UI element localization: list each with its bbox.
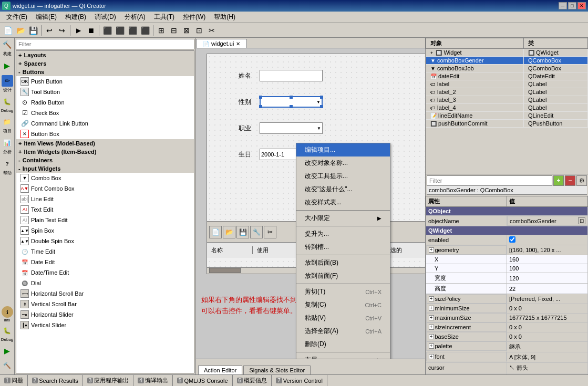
menu-tools[interactable]: 工具(T) [150, 12, 179, 23]
category-input-widgets[interactable]: - Input Widgets [16, 164, 194, 173]
context-menu-promote[interactable]: 提升为... [296, 227, 390, 241]
save-btn[interactable]: 💾 [27, 25, 39, 36]
context-menu-whatsthis[interactable]: 改变"这是什么"... [296, 183, 390, 196]
grid-btn[interactable]: ⊞ [156, 25, 167, 36]
context-menu-send-back[interactable]: 放到后面(B) [296, 256, 390, 269]
context-menu-delete[interactable]: 删除(D) [296, 338, 390, 351]
prop-row-mousetracking[interactable]: mouseTracking [426, 373, 588, 374]
new-btn[interactable]: 📄 [2, 25, 14, 36]
obj-row-pushbuttoncommit[interactable]: 🔲 pushButtonCommit QPushButton [426, 120, 588, 128]
play-sidebar-icon[interactable]: ▶ [2, 345, 13, 357]
status-tab-search[interactable]: 2 Search Results [28, 375, 83, 386]
layout-btn[interactable]: ⊟ [168, 25, 180, 36]
prop-row-y[interactable]: Y 100 [426, 264, 588, 273]
widget-filter-input[interactable] [16, 39, 194, 49]
maxsize-expand-btn[interactable]: + [429, 315, 434, 320]
menu-build[interactable]: 构建(B) [61, 12, 90, 23]
build-btn[interactable]: ▶ [73, 25, 84, 36]
font-expand-btn[interactable]: + [429, 354, 434, 359]
prop-row-font[interactable]: + font A [宋体, 9] [426, 352, 588, 362]
widget-push-button[interactable]: OK Push Button [16, 76, 194, 87]
widget-spin-box[interactable]: ▲▼ Spin Box [16, 225, 194, 236]
menu-analyze[interactable]: 分析(A) [120, 12, 150, 23]
obj-row-label3[interactable]: 🏷 label_3 QLabel [426, 96, 588, 104]
minsize-expand-btn[interactable]: + [429, 306, 434, 311]
build-sidebar-icon[interactable]: 🔨 [2, 39, 13, 50]
debug2-sidebar-icon[interactable]: 🐛 [2, 325, 13, 337]
redo-btn[interactable]: ↪ [56, 25, 68, 36]
context-menu-bring-front[interactable]: 放到前面(F) [296, 269, 390, 283]
category-containers[interactable]: - Containers [16, 156, 194, 164]
objectname-edit-icon[interactable]: ⊡ [578, 217, 585, 224]
widget-date-edit[interactable]: 📅 Date Edit [16, 257, 194, 267]
prop-row-basesize[interactable]: + baseSize 0 x 0 [426, 332, 588, 341]
context-menu-layout[interactable]: 布局 ▶ [296, 353, 390, 359]
basesize-expand-btn[interactable]: + [429, 334, 434, 339]
status-tab-issues[interactable]: 1 问题 [0, 375, 28, 386]
prop-row-geometry[interactable]: + geometry [(160, 100), 120 x ... [426, 245, 588, 255]
widget-double-spin-box[interactable]: ▲▼ Double Spin Box [16, 236, 194, 246]
prop-filter-add-btn[interactable]: + [553, 175, 564, 186]
layout2-btn[interactable]: ⊠ [181, 25, 192, 36]
obj-row-label[interactable]: 🏷 label QLabel [426, 80, 588, 88]
tab-close-icon[interactable]: ✕ [236, 41, 240, 47]
category-item-views[interactable]: + Item Views (Model-Based) [16, 139, 194, 148]
widget-command-link[interactable]: 🔗 Command Link Button [16, 118, 194, 129]
context-menu-paste[interactable]: 粘贴(V) Ctrl+V [296, 311, 390, 325]
obj-row-comboboxgender[interactable]: ▼ comboBoxGender QComboBox [426, 57, 588, 65]
status-tab-summary[interactable]: 6 概要信息 [233, 375, 272, 386]
design-canvas[interactable]: 姓名 性别 ▼ [196, 48, 425, 359]
align-left-btn[interactable]: ⬛ [101, 25, 113, 36]
project-sidebar-icon[interactable]: 📁 [2, 116, 13, 128]
menu-debug[interactable]: 调试(D) [90, 12, 120, 23]
widget-font-combo-box[interactable]: A▼ Font Combo Box [16, 183, 194, 194]
prop-filter-input[interactable] [427, 175, 552, 186]
prop-val-mousetracking[interactable] [507, 373, 588, 374]
minimize-button[interactable]: ─ [559, 2, 567, 9]
bottom-tool-5[interactable]: ✂ [264, 226, 276, 238]
menu-widgets[interactable]: 控件(W) [179, 12, 210, 23]
widget-plain-text-edit[interactable]: AI Plain Text Edit [16, 215, 194, 225]
action-editor-tab[interactable]: Action Editor [198, 366, 242, 374]
prop-row-enabled[interactable]: enabled [426, 235, 588, 245]
widget-h-slider[interactable]: ━● Horizontal Slider [16, 309, 194, 320]
widget-datetime-edit[interactable]: 📅 Date/Time Edit [16, 267, 194, 278]
widget-check-box[interactable]: ☑ Check Box [16, 108, 194, 118]
window-controls[interactable]: ─ □ ✕ [559, 2, 586, 9]
prop-row-cursor[interactable]: cursor ↖ 箭头 [426, 362, 588, 373]
widget-v-scrollbar[interactable]: ⇕ Vertical Scroll Bar [16, 299, 194, 309]
bottom-tool-3[interactable]: 💾 [236, 226, 249, 238]
layout3-btn[interactable]: ⊡ [193, 25, 205, 36]
widget-dial[interactable]: 🔘 Dial [16, 278, 194, 288]
prop-row-minsize[interactable]: + minimumSize 0 x 0 [426, 304, 588, 313]
break-btn[interactable]: ✂ [206, 25, 218, 36]
widget-button-box[interactable]: ✕ Button Box [16, 129, 194, 139]
align-right-btn[interactable]: ⬛ [114, 25, 126, 36]
obj-row-dateedit[interactable]: 📅 dateEdit QDateEdit [426, 72, 588, 80]
context-menu-rename[interactable]: 改变对象名称... [296, 157, 390, 170]
geometry-expand-btn[interactable]: + [429, 247, 434, 253]
category-layouts[interactable]: + Layouts [16, 51, 194, 59]
run-sidebar-icon[interactable]: ▶ [2, 60, 13, 71]
prop-row-width[interactable]: 宽度 120 [426, 273, 588, 284]
combo-job[interactable]: ▼ [260, 122, 323, 134]
bottom-tool-4[interactable]: 🔧 [250, 226, 263, 238]
context-menu-edit-items[interactable]: 编辑项目... [296, 143, 390, 157]
signals-slots-tab[interactable]: Signals & Slots Editor [243, 366, 311, 374]
align-top-btn[interactable]: ⬛ [127, 25, 138, 36]
infogather-sidebar-icon[interactable]: ℹ [2, 306, 13, 318]
widget-text-edit[interactable]: AI Text Edit [16, 204, 194, 215]
context-menu-cut[interactable]: 剪切(T) Ctrl+X [296, 285, 390, 298]
stop-btn[interactable]: ⏹ [85, 25, 97, 36]
obj-row-label4[interactable]: 🏷 label_4 QLabel [426, 104, 588, 112]
design-sidebar-icon[interactable]: ✏ [2, 75, 13, 87]
help-sidebar-icon[interactable]: ? [2, 158, 13, 170]
bottom-tool-1[interactable]: 📄 [209, 226, 222, 238]
prop-val-objectname[interactable]: comboBoxGender ⊡ [507, 216, 588, 226]
category-buttons[interactable]: - Buttons [16, 68, 194, 76]
bottom-tool-2[interactable]: 📂 [223, 226, 235, 238]
palette-expand-btn[interactable]: + [429, 343, 434, 349]
mousetracking-checkbox[interactable] [509, 374, 515, 375]
input-name[interactable] [260, 70, 323, 81]
category-spacers[interactable]: + Spacers [16, 59, 194, 68]
